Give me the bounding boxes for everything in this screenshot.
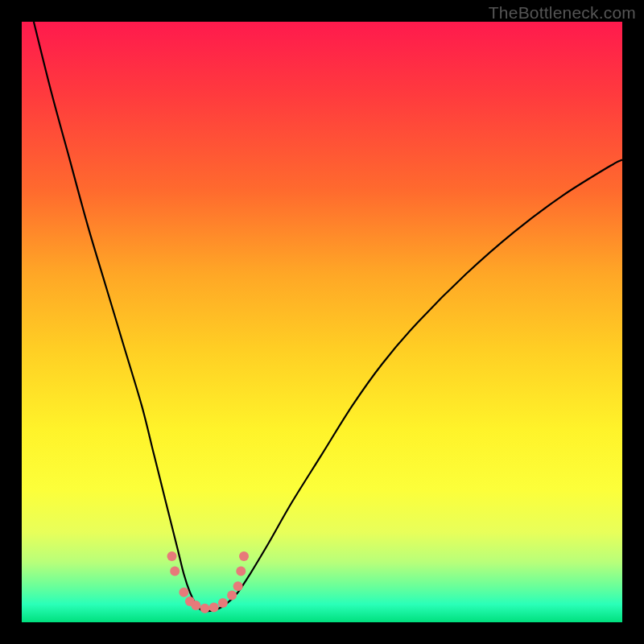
watermark-text: TheBottleneck.com (489, 3, 636, 23)
highlight-marker (233, 581, 243, 591)
plot-area (22, 22, 622, 622)
highlight-marker (170, 567, 180, 576)
highlight-marker (239, 551, 249, 561)
highlight-marker (167, 551, 177, 561)
highlight-marker (179, 588, 188, 597)
highlight-marker (209, 602, 219, 612)
highlight-marker (200, 604, 210, 613)
highlight-marker (191, 601, 200, 610)
highlight-markers-group (167, 551, 250, 613)
highlight-marker (227, 590, 237, 600)
bottleneck-curve-svg (22, 22, 622, 622)
highlight-marker (236, 567, 246, 576)
bottleneck-curve-path (34, 22, 622, 611)
highlight-marker (218, 598, 228, 608)
